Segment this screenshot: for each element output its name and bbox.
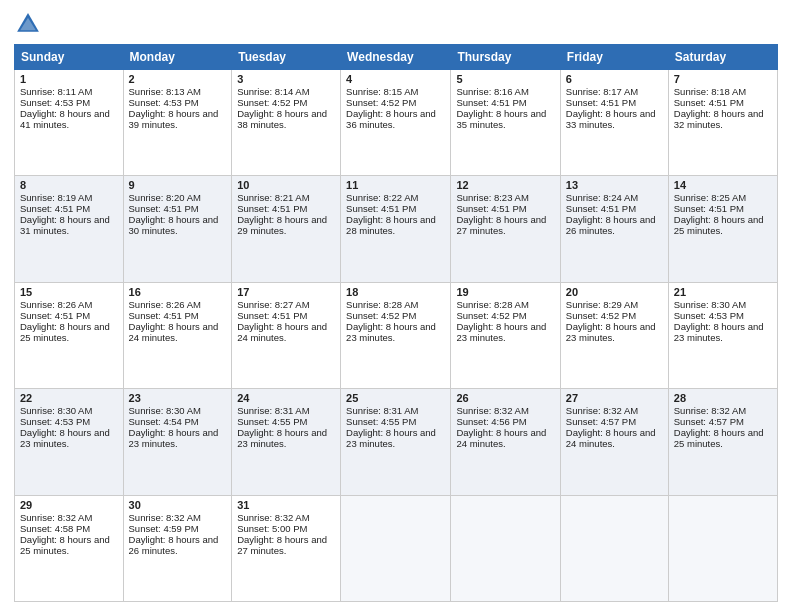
calendar-cell: 18Sunrise: 8:28 AMSunset: 4:52 PMDayligh…	[341, 282, 451, 388]
calendar-cell: 12Sunrise: 8:23 AMSunset: 4:51 PMDayligh…	[451, 176, 560, 282]
day-header-saturday: Saturday	[668, 45, 777, 70]
calendar-cell	[341, 495, 451, 601]
calendar-cell: 26Sunrise: 8:32 AMSunset: 4:56 PMDayligh…	[451, 389, 560, 495]
calendar-cell: 17Sunrise: 8:27 AMSunset: 4:51 PMDayligh…	[232, 282, 341, 388]
calendar-cell: 2Sunrise: 8:13 AMSunset: 4:53 PMDaylight…	[123, 70, 232, 176]
calendar-cell: 29Sunrise: 8:32 AMSunset: 4:58 PMDayligh…	[15, 495, 124, 601]
calendar-cell: 16Sunrise: 8:26 AMSunset: 4:51 PMDayligh…	[123, 282, 232, 388]
header	[14, 10, 778, 38]
calendar-cell: 9Sunrise: 8:20 AMSunset: 4:51 PMDaylight…	[123, 176, 232, 282]
calendar-cell: 7Sunrise: 8:18 AMSunset: 4:51 PMDaylight…	[668, 70, 777, 176]
calendar-week-3: 15Sunrise: 8:26 AMSunset: 4:51 PMDayligh…	[15, 282, 778, 388]
calendar-week-1: 1Sunrise: 8:11 AMSunset: 4:53 PMDaylight…	[15, 70, 778, 176]
logo-icon	[14, 10, 42, 38]
day-header-friday: Friday	[560, 45, 668, 70]
calendar-cell: 5Sunrise: 8:16 AMSunset: 4:51 PMDaylight…	[451, 70, 560, 176]
calendar-cell: 14Sunrise: 8:25 AMSunset: 4:51 PMDayligh…	[668, 176, 777, 282]
calendar-cell: 24Sunrise: 8:31 AMSunset: 4:55 PMDayligh…	[232, 389, 341, 495]
calendar-week-2: 8Sunrise: 8:19 AMSunset: 4:51 PMDaylight…	[15, 176, 778, 282]
day-header-thursday: Thursday	[451, 45, 560, 70]
calendar-week-5: 29Sunrise: 8:32 AMSunset: 4:58 PMDayligh…	[15, 495, 778, 601]
calendar-cell: 27Sunrise: 8:32 AMSunset: 4:57 PMDayligh…	[560, 389, 668, 495]
calendar-cell	[668, 495, 777, 601]
calendar-cell: 6Sunrise: 8:17 AMSunset: 4:51 PMDaylight…	[560, 70, 668, 176]
calendar-cell: 31Sunrise: 8:32 AMSunset: 5:00 PMDayligh…	[232, 495, 341, 601]
calendar-cell: 20Sunrise: 8:29 AMSunset: 4:52 PMDayligh…	[560, 282, 668, 388]
day-of-week-row: SundayMondayTuesdayWednesdayThursdayFrid…	[15, 45, 778, 70]
calendar-cell: 8Sunrise: 8:19 AMSunset: 4:51 PMDaylight…	[15, 176, 124, 282]
calendar-cell: 15Sunrise: 8:26 AMSunset: 4:51 PMDayligh…	[15, 282, 124, 388]
calendar-cell: 3Sunrise: 8:14 AMSunset: 4:52 PMDaylight…	[232, 70, 341, 176]
calendar-cell: 19Sunrise: 8:28 AMSunset: 4:52 PMDayligh…	[451, 282, 560, 388]
calendar-cell: 11Sunrise: 8:22 AMSunset: 4:51 PMDayligh…	[341, 176, 451, 282]
calendar-week-4: 22Sunrise: 8:30 AMSunset: 4:53 PMDayligh…	[15, 389, 778, 495]
calendar-cell: 28Sunrise: 8:32 AMSunset: 4:57 PMDayligh…	[668, 389, 777, 495]
day-header-wednesday: Wednesday	[341, 45, 451, 70]
calendar-cell: 4Sunrise: 8:15 AMSunset: 4:52 PMDaylight…	[341, 70, 451, 176]
calendar-body: 1Sunrise: 8:11 AMSunset: 4:53 PMDaylight…	[15, 70, 778, 602]
day-header-sunday: Sunday	[15, 45, 124, 70]
calendar-cell: 10Sunrise: 8:21 AMSunset: 4:51 PMDayligh…	[232, 176, 341, 282]
calendar-cell	[451, 495, 560, 601]
logo	[14, 10, 46, 38]
calendar-cell	[560, 495, 668, 601]
calendar-cell: 1Sunrise: 8:11 AMSunset: 4:53 PMDaylight…	[15, 70, 124, 176]
calendar-cell: 30Sunrise: 8:32 AMSunset: 4:59 PMDayligh…	[123, 495, 232, 601]
day-header-monday: Monday	[123, 45, 232, 70]
calendar-cell: 25Sunrise: 8:31 AMSunset: 4:55 PMDayligh…	[341, 389, 451, 495]
calendar-table: SundayMondayTuesdayWednesdayThursdayFrid…	[14, 44, 778, 602]
calendar-cell: 22Sunrise: 8:30 AMSunset: 4:53 PMDayligh…	[15, 389, 124, 495]
calendar-cell: 13Sunrise: 8:24 AMSunset: 4:51 PMDayligh…	[560, 176, 668, 282]
calendar-cell: 21Sunrise: 8:30 AMSunset: 4:53 PMDayligh…	[668, 282, 777, 388]
day-header-tuesday: Tuesday	[232, 45, 341, 70]
calendar-cell: 23Sunrise: 8:30 AMSunset: 4:54 PMDayligh…	[123, 389, 232, 495]
calendar-page: SundayMondayTuesdayWednesdayThursdayFrid…	[0, 0, 792, 612]
